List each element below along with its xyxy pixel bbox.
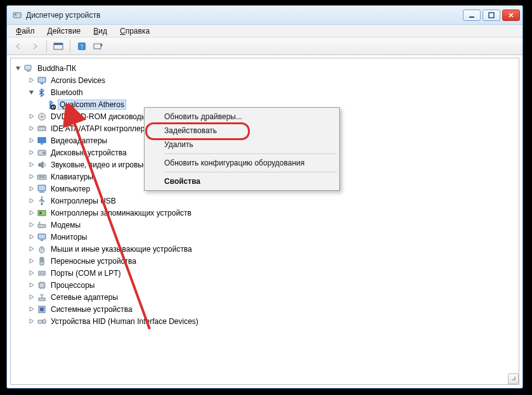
tree-node-label: Мыши и иные указывающие устройства: [49, 244, 194, 254]
scroll-corner[interactable]: [508, 373, 519, 384]
window-controls: [463, 10, 522, 21]
show-hidden-button[interactable]: [51, 39, 66, 53]
tree-twisty[interactable]: [28, 245, 35, 252]
tree-twisty[interactable]: [28, 233, 35, 240]
tree-twisty[interactable]: [28, 77, 35, 84]
maximize-button[interactable]: [483, 10, 500, 21]
tree-node[interactable]: Контроллеры USB: [15, 195, 519, 207]
tree-twisty[interactable]: [28, 282, 35, 288]
forward-button[interactable]: [27, 39, 42, 53]
help-button[interactable]: ?: [74, 39, 89, 53]
tree-twisty[interactable]: [28, 161, 35, 168]
context-menu-item[interactable]: Удалить: [146, 138, 337, 152]
tree-twisty[interactable]: [28, 113, 35, 120]
tree-node[interactable]: Модемы: [15, 219, 519, 231]
menu-view[interactable]: Вид: [88, 25, 112, 37]
tree-node[interactable]: Устройства HID (Human Interface Devices): [15, 315, 519, 327]
tree-node[interactable]: Системные устройства: [15, 303, 519, 315]
keyboard-icon: [37, 172, 47, 182]
svg-rect-28: [39, 212, 42, 214]
toolbar: ?: [7, 37, 522, 55]
svg-rect-20: [41, 143, 43, 145]
svg-rect-39: [39, 298, 45, 301]
svg-rect-11: [38, 77, 46, 82]
menu-help[interactable]: Справка: [115, 25, 155, 37]
tree-node[interactable]: Переносные устройства: [15, 255, 519, 267]
tree-twisty[interactable]: [28, 294, 35, 301]
tree-node-label: IDE ATA/ATAPI контроллеры: [49, 124, 152, 134]
device-tree[interactable]: Buddha-ПК Acronis Devices Bluetooth Qual…: [11, 58, 519, 331]
svg-rect-9: [25, 65, 31, 70]
modem-icon: [37, 220, 47, 230]
tree-twisty[interactable]: [28, 269, 35, 276]
tree-twisty[interactable]: [28, 173, 35, 180]
tree-node-label: Устройства HID (Human Interface Devices): [49, 316, 200, 327]
tree-node-label: Модемы: [49, 220, 82, 230]
tree-twisty[interactable]: [28, 149, 35, 156]
tree-node-label: Acronis Devices: [49, 75, 107, 86]
tree-node-label: Клавиатуры: [49, 172, 95, 182]
scan-hardware-button[interactable]: [91, 39, 106, 53]
titlebar: Диспетчер устройств: [7, 6, 522, 25]
tree-twisty[interactable]: [28, 257, 35, 264]
tree-twisty[interactable]: [28, 197, 35, 204]
tree-node[interactable]: Acronis Devices: [15, 74, 519, 86]
context-menu-item[interactable]: Задействовать: [146, 124, 337, 138]
tree-twisty[interactable]: [28, 209, 35, 216]
ports-icon: [37, 268, 47, 278]
tree-twisty[interactable]: [28, 125, 35, 132]
tree-node[interactable]: Процессоры: [15, 279, 519, 291]
tree-node[interactable]: Сетевые адаптеры: [15, 291, 519, 303]
tree-twisty[interactable]: [28, 137, 35, 144]
minimize-button[interactable]: [463, 10, 481, 21]
hid-icon: [37, 316, 47, 327]
svg-point-37: [42, 273, 44, 274]
context-menu-item[interactable]: Обновить драйверы...: [146, 110, 337, 124]
tree-twisty[interactable]: [28, 221, 35, 228]
menu-action[interactable]: Действие: [42, 25, 86, 37]
tree-node[interactable]: Порты (COM и LPT): [15, 267, 519, 279]
menu-view-label: ид: [98, 27, 107, 36]
tree-node-label: Bluetooth: [49, 87, 85, 98]
svg-text:?: ?: [81, 42, 84, 50]
back-button[interactable]: [11, 39, 26, 53]
tree-node-label: Переносные устройства: [49, 256, 138, 266]
tree-root-label: Buddha-ПК: [36, 63, 78, 74]
svg-rect-31: [41, 240, 43, 241]
svg-rect-38: [39, 283, 44, 288]
usb-icon: [37, 196, 47, 206]
svg-rect-18: [38, 127, 46, 131]
tree-node[interactable]: Мониторы: [15, 231, 519, 243]
context-menu-item[interactable]: Обновить конфигурацию оборудования: [146, 156, 337, 170]
svg-rect-29: [38, 224, 46, 228]
bluetooth-icon: [37, 87, 47, 98]
menu-action-label: ействие: [53, 27, 81, 36]
svg-rect-42: [38, 320, 42, 323]
close-button[interactable]: [502, 10, 520, 21]
tree-twisty[interactable]: [28, 318, 35, 325]
device-manager-window: Диспетчер устройств Файл Действие Вид Сп…: [6, 5, 523, 389]
disk-icon: [37, 148, 47, 158]
tree-node[interactable]: Bluetooth: [15, 86, 519, 98]
tree-twisty[interactable]: [28, 306, 35, 313]
tree-node-label: Компьютер: [49, 184, 92, 194]
tree-node-label: Процессоры: [49, 280, 97, 290]
tree-node[interactable]: Мыши и иные указывающие устройства: [15, 243, 519, 255]
svg-rect-24: [38, 185, 46, 191]
tree-root[interactable]: Buddha-ПК: [15, 62, 519, 74]
tree-twisty[interactable]: [15, 65, 22, 72]
context-menu: Обновить драйверы...ЗадействоватьУдалить…: [144, 107, 340, 191]
monitor2-icon: [37, 232, 47, 242]
tree-node[interactable]: Контроллеры запоминающих устройств: [15, 207, 519, 219]
tree-node-label: Контроллеры USB: [49, 196, 118, 206]
ide-icon: [37, 124, 47, 134]
tree-twisty[interactable]: [28, 89, 35, 96]
tree-twisty[interactable]: [28, 185, 35, 192]
context-menu-item[interactable]: Свойства: [146, 174, 337, 188]
svg-rect-3: [489, 13, 494, 18]
svg-point-17: [41, 115, 43, 117]
menu-file-label: айл: [22, 27, 34, 36]
menu-file[interactable]: Файл: [11, 25, 40, 37]
svg-point-36: [40, 273, 41, 274]
svg-rect-8: [94, 44, 101, 49]
